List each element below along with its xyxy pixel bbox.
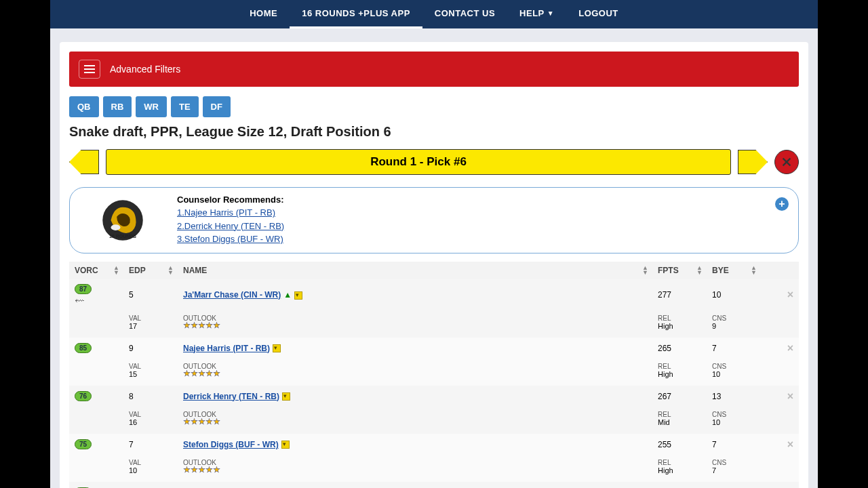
star-icon — [183, 322, 191, 329]
star-icon — [191, 418, 198, 426]
next-pick-button[interactable] — [738, 150, 768, 174]
outlook-label: OUTLOOK — [183, 314, 216, 322]
val-label: VAL — [129, 411, 141, 418]
note-icon[interactable] — [273, 344, 281, 352]
edp-value: 5 — [123, 279, 178, 311]
lion-logo-icon: 16 ROUNDS — [99, 195, 146, 246]
rel-label: REL — [658, 459, 671, 466]
remove-player-button[interactable]: × — [787, 289, 793, 300]
recommend-link-2[interactable]: 2.Derrick Henry (TEN - RB) — [177, 220, 284, 233]
col-edp[interactable]: EDP▲▼ — [123, 262, 178, 279]
nav-help[interactable]: HELP ▼ — [507, 0, 566, 28]
chevron-down-icon: ▼ — [547, 9, 554, 17]
cns-value: 9 — [712, 322, 716, 330]
star-icon — [198, 370, 205, 378]
note-icon[interactable] — [294, 291, 302, 300]
bye-value: 13 — [707, 386, 761, 407]
player-link[interactable]: Derrick Henry (TEN - RB) — [183, 392, 279, 401]
rel-value: High — [658, 466, 673, 474]
trend-up-icon: ▲ — [283, 290, 292, 300]
star-icon — [205, 322, 213, 329]
val-value: 15 — [129, 370, 137, 378]
expand-recommend-button[interactable] — [775, 197, 789, 211]
prev-pick-button[interactable] — [69, 150, 99, 174]
star-icon — [191, 466, 198, 474]
star-icon — [191, 322, 198, 329]
fpts-value: 242 — [652, 482, 707, 489]
round-nav: Round 1 - Pick #6 — [69, 149, 799, 175]
table-row-detail: VAL16OUTLOOKRELMidCNS10 — [69, 407, 799, 434]
col-name[interactable]: NAME▲▼ — [178, 262, 652, 279]
note-icon[interactable] — [282, 392, 290, 401]
star-icon — [198, 322, 205, 329]
recommend-link-1[interactable]: 1.Najee Harris (PIT - RB) — [177, 206, 284, 220]
table-row: 768Derrick Henry (TEN - RB)26713× — [69, 386, 799, 407]
cns-value: 7 — [712, 466, 716, 474]
pos-wr-button[interactable]: WR — [136, 96, 167, 117]
outlook-stars — [183, 370, 220, 378]
col-bye[interactable]: BYE▲▼ — [707, 262, 761, 279]
col-vorc[interactable]: VORC▲▼ — [69, 262, 123, 279]
table-row: 87⬳5Ja'Marr Chase (CIN - WR)▲27710× — [69, 279, 799, 311]
table-row: 757Stefon Diggs (BUF - WR)2557× — [69, 434, 799, 455]
remove-player-button[interactable]: × — [787, 390, 793, 402]
pos-df-button[interactable]: DF — [203, 96, 231, 117]
player-link[interactable]: Najee Harris (PIT - RB) — [183, 344, 270, 353]
outlook-label: OUTLOOK — [183, 411, 216, 418]
fpts-value: 277 — [652, 279, 707, 311]
player-link[interactable]: Ja'Marr Chase (CIN - WR) — [183, 290, 281, 300]
remove-player-button[interactable]: × — [787, 342, 793, 354]
edp-value: 9 — [123, 338, 178, 359]
sort-icon: ▲▼ — [642, 266, 648, 275]
outlook-label: OUTLOOK — [183, 459, 216, 466]
recommendation-box: 16 ROUNDS Counselor Recommends: 1.Najee … — [69, 187, 799, 253]
outlook-stars — [183, 322, 220, 329]
table-row-detail: VAL17OUTLOOKRELHighCNS9 — [69, 311, 799, 338]
val-value: 10 — [129, 466, 137, 474]
val-label: VAL — [129, 363, 141, 370]
cns-label: CNS — [712, 314, 726, 322]
vorc-badge: 87 — [75, 284, 92, 294]
col-actions — [761, 262, 799, 279]
rel-label: REL — [658, 314, 671, 322]
recommend-link-3[interactable]: 3.Stefon Diggs (BUF - WR) — [177, 232, 284, 246]
player-link[interactable]: Stefon Diggs (BUF - WR) — [183, 440, 279, 449]
svg-text:16 ROUNDS: 16 ROUNDS — [109, 234, 136, 239]
val-value: 16 — [129, 418, 137, 426]
pos-qb-button[interactable]: QB — [69, 96, 99, 117]
col-fpts[interactable]: FPTS▲▼ — [652, 262, 707, 279]
star-icon — [213, 466, 220, 474]
edp-value: 8 — [123, 386, 178, 407]
nav-home[interactable]: HOME — [237, 0, 290, 28]
nav-logout[interactable]: LOGOUT — [566, 0, 631, 28]
vorc-badge: 75 — [75, 439, 92, 449]
cns-value: 10 — [712, 370, 720, 378]
fpts-value: 255 — [652, 434, 707, 455]
val-label: VAL — [129, 314, 141, 322]
rel-label: REL — [658, 411, 671, 418]
pos-rb-button[interactable]: RB — [103, 96, 132, 117]
close-icon — [781, 156, 793, 168]
close-button[interactable] — [774, 150, 799, 174]
sort-icon: ▲▼ — [113, 266, 119, 275]
pos-te-button[interactable]: TE — [171, 96, 199, 117]
filter-toggle-button[interactable] — [79, 60, 100, 79]
table-row: 859Najee Harris (PIT - RB)2657× — [69, 338, 799, 359]
rel-value: High — [658, 322, 673, 330]
nav-contact[interactable]: CONTACT US — [422, 0, 507, 28]
sort-icon: ▲▼ — [696, 266, 703, 275]
star-icon — [183, 370, 191, 378]
bye-value: 10 — [707, 279, 761, 311]
recommendation-text: Counselor Recommends: 1.Najee Harris (PI… — [177, 195, 284, 246]
remove-player-button[interactable]: × — [787, 439, 793, 450]
star-icon — [205, 418, 213, 426]
star-icon — [205, 466, 213, 474]
table-row: 7512Travis Kelce (KC - TE)24212× — [69, 482, 799, 489]
star-icon — [198, 418, 205, 426]
nav-app[interactable]: 16 ROUNDS +PLUS APP — [290, 0, 422, 28]
note-icon[interactable] — [281, 441, 290, 449]
sort-icon: ▲▼ — [167, 266, 174, 275]
star-icon — [183, 466, 191, 474]
cns-label: CNS — [712, 363, 726, 370]
cns-label: CNS — [712, 459, 726, 466]
